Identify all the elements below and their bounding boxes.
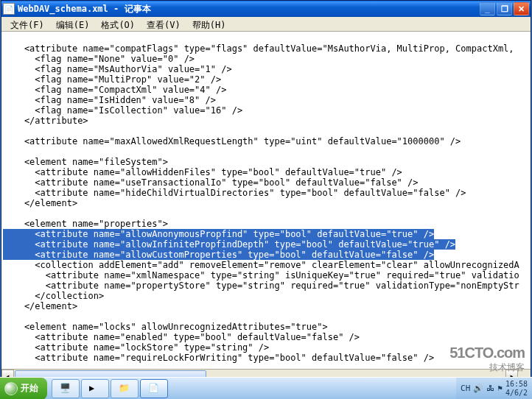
window-title: WebDAV_schema.xml - 记事本: [18, 3, 480, 15]
start-orb-icon: [4, 382, 18, 395]
file-icon: 📄: [3, 3, 15, 15]
titlebar[interactable]: 📄 WebDAV_schema.xml - 记事本 _ ❐ ✕: [1, 1, 531, 17]
menu-file[interactable]: 文件(F): [4, 18, 50, 29]
text-area[interactable]: <attribute name="compatFlags" type="flag…: [1, 32, 531, 369]
server-icon: 🖥️: [60, 383, 71, 395]
folder-icon: 📁: [119, 383, 130, 395]
menu-help[interactable]: 帮助(H): [186, 18, 232, 29]
start-label: 开始: [21, 382, 38, 395]
window-controls: _ ❐ ✕: [480, 2, 529, 15]
ime-indicator[interactable]: CH: [461, 384, 470, 393]
quick-launch-explorer-icon[interactable]: 📁: [111, 379, 139, 398]
tray-date: 4/6/2: [505, 389, 528, 398]
close-button[interactable]: ✕: [514, 2, 529, 15]
notepad-window: 📄 WebDAV_schema.xml - 记事本 _ ❐ ✕ 文件(F) 编辑…: [1, 0, 531, 381]
taskbar: 开始 🖥️ ▶ 📁 📄 CH 🔊 🖧 ⚑ 16:58 4/6/2: [0, 377, 532, 399]
quick-launch: 🖥️ ▶ 📁 📄: [52, 379, 168, 398]
taskbar-notepad-button[interactable]: 📄: [140, 379, 168, 398]
start-button[interactable]: 开始: [0, 378, 47, 400]
powershell-icon: ▶: [89, 383, 101, 395]
menu-edit[interactable]: 编辑(E): [50, 18, 96, 29]
tray-sound-icon[interactable]: 🔊: [473, 384, 483, 393]
quick-launch-powershell-icon[interactable]: ▶: [81, 379, 109, 398]
notepad-icon: 📄: [148, 383, 160, 395]
system-tray: CH 🔊 🖧 ⚑ 16:58 4/6/2: [456, 378, 532, 400]
menu-view[interactable]: 查看(V): [141, 18, 186, 29]
tray-network-icon[interactable]: 🖧: [486, 384, 494, 393]
title-sep: -: [108, 4, 125, 14]
tray-flag-icon[interactable]: ⚑: [497, 384, 503, 393]
menubar: 文件(F) 编辑(E) 格式(O) 查看(V) 帮助(H): [1, 17, 531, 32]
title-app: 记事本: [125, 4, 151, 14]
minimize-button[interactable]: _: [480, 2, 495, 15]
menu-format[interactable]: 格式(O): [95, 18, 141, 29]
quick-launch-server-icon[interactable]: 🖥️: [52, 379, 80, 398]
maximize-button[interactable]: ❐: [497, 2, 512, 15]
tray-clock[interactable]: 16:58 4/6/2: [505, 380, 528, 398]
tray-time: 16:58: [505, 380, 528, 389]
title-filename: WebDAV_schema.xml: [18, 4, 108, 14]
